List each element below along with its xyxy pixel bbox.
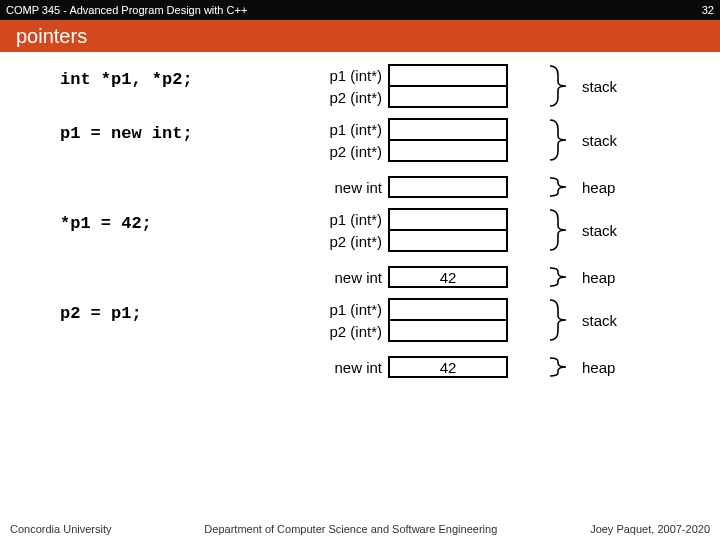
code-snippet: *p1 = 42; <box>60 208 310 233</box>
memory-region-label: stack <box>582 78 617 95</box>
memory-label: p1 (int*) <box>310 301 388 318</box>
memory-region-label: stack <box>582 132 617 149</box>
memory-label: p2 (int*) <box>310 89 388 106</box>
memory-label: p2 (int*) <box>310 143 388 160</box>
memory-region-label: stack <box>582 312 617 329</box>
memory-diagram: p1 (int*)p2 (int*) stacknew int42 heap <box>310 298 700 378</box>
memory-cell <box>388 320 508 342</box>
brace-icon <box>548 176 578 198</box>
memory-diagram: p1 (int*)p2 (int*) stacknew int42 heap <box>310 208 700 288</box>
slide-title: pointers <box>16 25 87 48</box>
memory-label: new int <box>310 269 388 286</box>
brace-icon <box>548 356 578 378</box>
memory-label: p1 (int*) <box>310 67 388 84</box>
code-diagram-row: p2 = p1;p1 (int*)p2 (int*) stacknew int4… <box>60 298 700 378</box>
brace-icon <box>548 64 578 108</box>
brace-icon <box>548 266 578 288</box>
memory-cell <box>388 140 508 162</box>
memory-cell: 42 <box>388 266 508 288</box>
memory-label: p1 (int*) <box>310 211 388 228</box>
slide-footer: Concordia University Department of Compu… <box>0 518 720 540</box>
memory-label: new int <box>310 179 388 196</box>
code-diagram-row: int *p1, *p2;p1 (int*)p2 (int*) stack <box>60 64 700 108</box>
code-snippet: p2 = p1; <box>60 298 310 323</box>
memory-region-label: heap <box>582 359 615 376</box>
memory-cell <box>388 208 508 230</box>
code-snippet: p1 = new int; <box>60 118 310 143</box>
slide-content: int *p1, *p2;p1 (int*)p2 (int*) stackp1 … <box>0 52 720 378</box>
memory-label: p2 (int*) <box>310 233 388 250</box>
footer-right: Joey Paquet, 2007-2020 <box>590 523 710 535</box>
footer-left: Concordia University <box>10 523 111 535</box>
memory-diagram: p1 (int*)p2 (int*) stacknew int heap <box>310 118 700 198</box>
memory-region-label: heap <box>582 269 615 286</box>
code-diagram-row: p1 = new int;p1 (int*)p2 (int*) stacknew… <box>60 118 700 198</box>
memory-label: p2 (int*) <box>310 323 388 340</box>
memory-cell: 42 <box>388 356 508 378</box>
memory-cell <box>388 230 508 252</box>
memory-cell <box>388 176 508 198</box>
memory-cell <box>388 118 508 140</box>
slide-header: COMP 345 - Advanced Program Design with … <box>0 0 720 20</box>
memory-cell <box>388 298 508 320</box>
memory-label: new int <box>310 359 388 376</box>
memory-region-label: heap <box>582 179 615 196</box>
memory-diagram: p1 (int*)p2 (int*) stack <box>310 64 700 108</box>
memory-cell <box>388 64 508 86</box>
footer-center: Department of Computer Science and Softw… <box>204 523 497 535</box>
code-diagram-row: *p1 = 42;p1 (int*)p2 (int*) stacknew int… <box>60 208 700 288</box>
code-snippet: int *p1, *p2; <box>60 64 310 89</box>
brace-icon <box>548 118 578 162</box>
course-name: COMP 345 - Advanced Program Design with … <box>6 4 247 16</box>
memory-label: p1 (int*) <box>310 121 388 138</box>
brace-icon <box>548 208 578 252</box>
memory-region-label: stack <box>582 222 617 239</box>
slide-number: 32 <box>702 4 714 16</box>
memory-cell <box>388 86 508 108</box>
brace-icon <box>548 298 578 342</box>
slide-title-bar: pointers <box>0 20 720 52</box>
